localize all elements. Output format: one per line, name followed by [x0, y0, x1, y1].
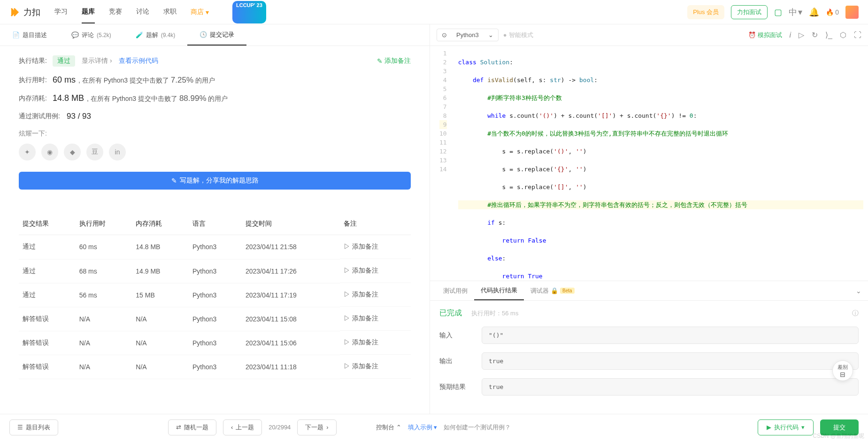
reset-icon[interactable]: ↻	[812, 30, 818, 39]
nav-store[interactable]: 商店 ▾	[191, 1, 209, 23]
table-header: 内存消耗	[132, 213, 189, 235]
weibo-icon[interactable]: ◉	[41, 144, 58, 160]
nav-problems[interactable]: 题库	[82, 1, 95, 23]
douban-icon[interactable]: 豆	[86, 144, 103, 160]
interview-button[interactable]: 力扣面试	[731, 5, 768, 19]
tab-exec-result[interactable]: 代码执行结果	[474, 281, 524, 300]
table-header: 语言	[189, 213, 242, 235]
tab-description[interactable]: 📄 题目描述	[0, 24, 59, 46]
add-note-link[interactable]: ✎ 添加备注	[377, 57, 411, 65]
status-cell[interactable]: 解答错误	[19, 331, 76, 355]
plus-member-button[interactable]: Plus 会员	[687, 5, 724, 19]
result-tabs: 测试用例 代码执行结果 调试器 🔒 Beta ⌄	[430, 281, 868, 301]
tab-submissions[interactable]: 🕓 提交记录	[187, 24, 246, 46]
wechat-icon[interactable]: ✦	[19, 144, 36, 160]
bell-icon[interactable]: 🔔	[809, 7, 819, 17]
status-cell[interactable]: 解答错误	[19, 307, 76, 331]
note-cell[interactable]: ▷ 添加备注	[340, 259, 411, 283]
ts-cell: 2023/04/11 17:19	[242, 283, 340, 307]
nav-discuss[interactable]: 讨论	[136, 1, 149, 23]
qq-icon[interactable]: ◆	[64, 144, 81, 160]
problem-list-button[interactable]: ☰ 题目列表	[9, 419, 58, 435]
ts-cell: 2023/04/11 21:58	[242, 235, 340, 259]
streak-fire[interactable]: 🔥 0	[826, 8, 839, 16]
random-button[interactable]: ⇄ 随机一题	[168, 419, 216, 435]
exec-time-text: 执行用时：56 ms	[471, 309, 518, 318]
linkedin-icon[interactable]: in	[109, 144, 126, 160]
lccup-badge[interactable]: LCCUP' 23	[232, 1, 266, 23]
tab-description-label: 题目描述	[23, 31, 47, 39]
write-solution-label: 写题解，分享我的解题思路	[180, 176, 259, 185]
status-cell[interactable]: 通过	[19, 283, 76, 307]
random-label: 随机一题	[184, 423, 208, 432]
next-button[interactable]: 下一题 ›	[297, 419, 336, 435]
exec-time: 60 ms	[53, 75, 76, 85]
avatar[interactable]	[845, 6, 859, 19]
run-code-button[interactable]: ▶ 执行代码 ▾	[758, 419, 814, 435]
logo[interactable]: 力扣	[9, 7, 40, 18]
fill-example-link[interactable]: 填入示例 ▾	[408, 423, 438, 432]
table-row[interactable]: 通过 68 ms 14.9 MB Python3 2023/04/11 17:2…	[19, 259, 411, 283]
sample-code-link[interactable]: 查看示例代码	[119, 57, 158, 65]
nav-learn[interactable]: 学习	[54, 1, 68, 23]
nav-contest[interactable]: 竞赛	[109, 1, 122, 23]
mock-interview-link[interactable]: ⏰ 模拟面试	[748, 31, 782, 39]
tab-comments[interactable]: 💬 评论 (5.2k)	[59, 24, 123, 46]
info-circle-icon[interactable]: ⓘ	[852, 309, 859, 318]
how-create-link[interactable]: 如何创建一个测试用例？	[444, 423, 511, 432]
console-toggle[interactable]: 控制台 ⌃	[376, 423, 401, 432]
code-editor[interactable]: 1234567891011121314 class Solution: def …	[430, 46, 868, 281]
diff-button[interactable]: 差别⊟	[832, 360, 853, 381]
status-cell[interactable]: 通过	[19, 259, 76, 283]
mem-usage: 14.8 MB	[53, 93, 84, 103]
tab-solutions[interactable]: 🧪 题解 (9.4k)	[123, 24, 188, 46]
note-cell[interactable]: ▷ 添加备注	[340, 307, 411, 331]
terminal-icon[interactable]: ⟩_	[825, 30, 832, 39]
note-cell[interactable]: ▷ 添加备注	[340, 331, 411, 355]
code-content[interactable]: class Solution: def isValid(self, s: str…	[453, 46, 868, 281]
note-cell[interactable]: ▷ 添加备注	[340, 355, 411, 379]
prev-button[interactable]: ‹ 上一题	[223, 419, 262, 435]
write-solution-button[interactable]: ✎ 写题解，分享我的解题思路	[19, 172, 411, 190]
fullscreen-icon[interactable]: ⛶	[854, 31, 861, 39]
table-row[interactable]: 通过 60 ms 14.8 MB Python3 2023/04/11 21:5…	[19, 235, 411, 259]
language-select[interactable]: ⊙ Python3 ⌄	[437, 29, 499, 41]
device-icon[interactable]: ▢	[774, 7, 782, 17]
lang-cell: Python3	[189, 331, 242, 355]
status-cell[interactable]: 解答错误	[19, 355, 76, 379]
time-cell: 60 ms	[76, 235, 132, 259]
collapse-icon[interactable]: ⌄	[856, 287, 861, 295]
test-cases-count: 93 / 93	[67, 112, 91, 121]
table-header: 备注	[340, 213, 411, 235]
run-label: 执行代码	[774, 423, 799, 432]
top-nav: 力扣 学习 题库 竞赛 讨论 求职 商店 ▾ LCCUP' 23 Plus 会员…	[0, 0, 868, 24]
tab-testcase[interactable]: 测试用例	[437, 281, 474, 300]
mem-cell: 15 MB	[132, 283, 189, 307]
mem-cell: 14.9 MB	[132, 259, 189, 283]
next-label: 下一题	[305, 423, 323, 432]
mem-cell: N/A	[132, 307, 189, 331]
lang-cell: Python3	[189, 235, 242, 259]
tab-solutions-label: 题解	[146, 31, 158, 39]
tab-debugger[interactable]: 调试器 🔒 Beta	[524, 281, 581, 300]
tab-comments-label: 评论	[82, 31, 94, 39]
note-cell[interactable]: ▷ 添加备注	[340, 235, 411, 259]
table-row[interactable]: 解答错误 N/A N/A Python3 2023/04/11 11:18 ▷ …	[19, 355, 411, 379]
nav-jobs[interactable]: 求职	[163, 1, 177, 23]
tab-debugger-label: 调试器	[530, 287, 549, 295]
tab-submissions-label: 提交记录	[210, 30, 234, 39]
mem-label: 内存消耗:	[19, 94, 47, 103]
language-switch[interactable]: 中 ▾	[789, 7, 802, 18]
show-details-link[interactable]: 显示详情 ›	[82, 57, 112, 65]
settings-icon[interactable]: ⬡	[840, 30, 846, 39]
info-icon[interactable]: i	[790, 31, 791, 39]
table-row[interactable]: 解答错误 N/A N/A Python3 2023/04/11 15:08 ▷ …	[19, 307, 411, 331]
table-row[interactable]: 通过 56 ms 15 MB Python3 2023/04/11 17:19 …	[19, 283, 411, 307]
run-icon[interactable]: ▷	[799, 30, 804, 39]
smart-mode-toggle[interactable]: ● 智能模式	[503, 31, 533, 39]
table-row[interactable]: 解答错误 N/A N/A Python3 2023/04/11 15:06 ▷ …	[19, 331, 411, 355]
status-cell[interactable]: 通过	[19, 235, 76, 259]
nav-store-label: 商店	[191, 8, 204, 16]
note-cell[interactable]: ▷ 添加备注	[340, 283, 411, 307]
lang-cell: Python3	[189, 259, 242, 283]
